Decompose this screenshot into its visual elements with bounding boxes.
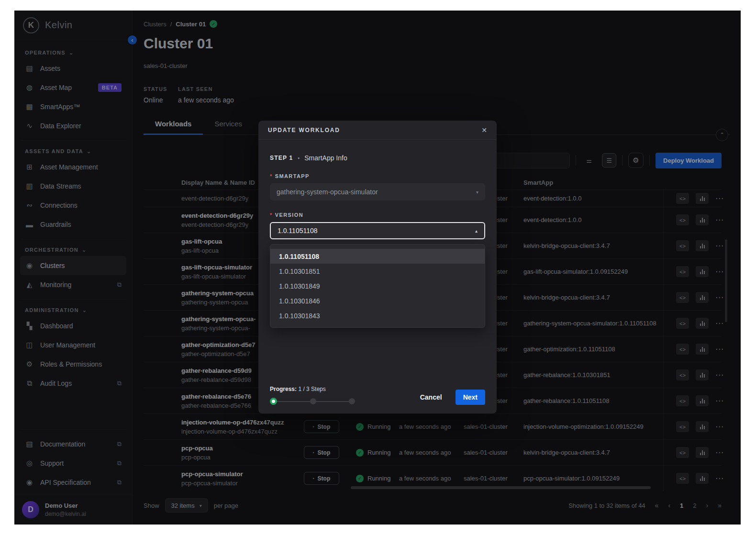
field-label-text: SMARTAPP xyxy=(275,173,310,179)
version-option[interactable]: 1.0.10301851 xyxy=(270,264,485,279)
update-workload-modal: UPDATE WORKLOAD ✕ STEP 1 • SmartApp Info… xyxy=(258,121,497,413)
page: K Kelvin OPERATIONS⌄▤Assets◍Asset MapBET… xyxy=(0,0,756,536)
version-option[interactable]: 1.0.10301846 xyxy=(270,293,485,308)
step-line xyxy=(316,401,349,402)
progress-label-bold: Progress: xyxy=(270,386,297,392)
modal-header: UPDATE WORKLOAD ✕ xyxy=(258,121,497,140)
version-select-value: 1.0.11051108 xyxy=(278,227,318,234)
required-asterisk: * xyxy=(270,173,273,179)
progress-value: 1 / 3 Steps xyxy=(298,386,325,392)
progress-block: Progress: 1 / 3 Steps xyxy=(270,386,355,405)
step-dot-3 xyxy=(349,398,355,404)
version-select[interactable]: 1.0.11051108 ▴ xyxy=(270,222,485,239)
modal-footer: Progress: 1 / 3 Steps Cancel Next xyxy=(270,386,485,405)
step-separator-icon: • xyxy=(298,155,300,161)
version-field-label: *VERSION xyxy=(270,212,485,218)
step-dot-1 xyxy=(270,398,277,405)
step-label: STEP 1 xyxy=(270,155,293,161)
smartapp-field-label: *SMARTAPP xyxy=(270,173,485,179)
step-dot-2 xyxy=(310,398,316,404)
smartapp-select-value: gathering-system-opcua-simulator xyxy=(277,188,378,196)
modal-body: STEP 1 • SmartApp Info *SMARTAPP gatheri… xyxy=(258,140,497,328)
step-name: SmartApp Info xyxy=(304,154,347,162)
step-line xyxy=(277,401,310,402)
version-option[interactable]: 1.0.10301843 xyxy=(270,308,485,323)
version-option[interactable]: 1.0.11051108 xyxy=(270,249,485,264)
field-label-text: VERSION xyxy=(275,212,303,218)
progress-stepper xyxy=(270,398,355,405)
modal-title: UPDATE WORKLOAD xyxy=(268,127,340,134)
step-indicator: STEP 1 • SmartApp Info xyxy=(270,154,485,162)
caret-down-icon: ▾ xyxy=(476,190,478,195)
cancel-button[interactable]: Cancel xyxy=(415,391,447,404)
version-option[interactable]: 1.0.10301849 xyxy=(270,279,485,293)
app-window: K Kelvin OPERATIONS⌄▤Assets◍Asset MapBET… xyxy=(14,11,741,525)
version-dropdown: 1.0.110511081.0.103018511.0.103018491.0.… xyxy=(270,244,485,328)
modal-actions: Cancel Next xyxy=(415,390,485,405)
next-button[interactable]: Next xyxy=(456,390,485,405)
caret-up-icon: ▴ xyxy=(475,228,478,234)
required-asterisk: * xyxy=(270,212,273,218)
progress-label: Progress: 1 / 3 Steps xyxy=(270,386,355,392)
smartapp-select[interactable]: gathering-system-opcua-simulator ▾ xyxy=(270,183,485,201)
close-icon[interactable]: ✕ xyxy=(481,126,487,134)
